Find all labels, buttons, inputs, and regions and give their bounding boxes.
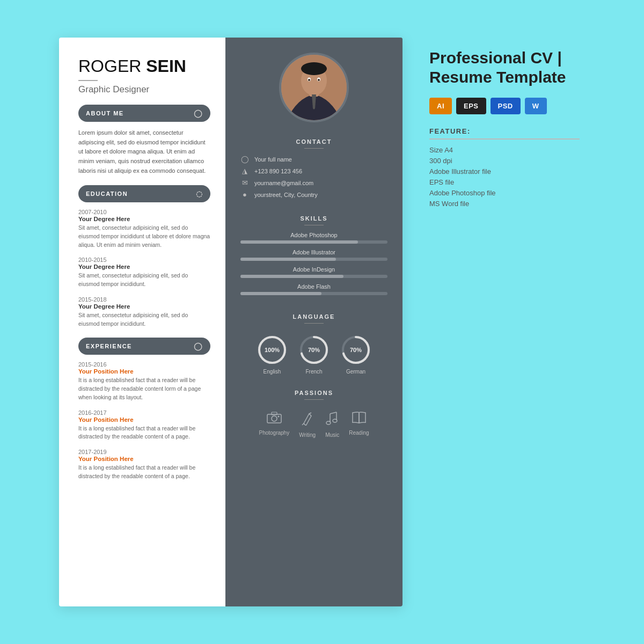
- reading-label: Reading: [349, 430, 369, 436]
- skill-illustrator-name: Adobe Illustrator: [240, 249, 387, 255]
- education-list: 2007-2010 Your Degree Here Sit amet, con…: [78, 209, 210, 328]
- right-panel: CONTACT ◯ Your full name ◮ +123 890 123 …: [225, 38, 402, 606]
- feature-title: FEATURE:: [429, 127, 580, 140]
- lang-english-percent: 100%: [265, 347, 280, 353]
- lang-german-name: German: [346, 369, 365, 375]
- skill-photoshop: Adobe Photoshop: [240, 232, 387, 244]
- full-name: ROGER SEIN: [78, 57, 210, 76]
- exp-year-2: 2016-2017: [78, 409, 210, 416]
- edu-item-3: 2015-2018 Your Degree Here Sit amet, con…: [78, 296, 210, 328]
- svg-point-6: [308, 79, 310, 81]
- contact-list: ◯ Your full name ◮ +123 890 123 456 ✉ yo…: [225, 155, 402, 202]
- lang-english-name: English: [264, 369, 281, 375]
- passion-writing: Writing: [299, 412, 316, 438]
- name-divider: [78, 80, 98, 81]
- cv-card: ROGER SEIN Graphic Designer ABOUT ME ◯ L…: [59, 38, 402, 606]
- person-contact-icon: ◯: [240, 155, 249, 163]
- edu-year-2: 2010-2015: [78, 257, 210, 263]
- skill-flash-name: Adobe Flash: [240, 283, 387, 290]
- skills-section: Adobe Photoshop Adobe Illustrator Adobe …: [225, 232, 402, 301]
- skill-illustrator-bar-bg: [240, 258, 387, 261]
- photography-label: Photography: [259, 430, 289, 436]
- portrait-svg: [281, 55, 347, 120]
- first-name: ROGER: [78, 56, 141, 76]
- exp-year-1: 2015-2016: [78, 361, 210, 368]
- about-label: ABOUT ME: [86, 110, 124, 116]
- feature-list: Size A4 300 dpi Adobe Illustrator file E…: [429, 146, 580, 208]
- left-panel: ROGER SEIN Graphic Designer ABOUT ME ◯ L…: [59, 38, 225, 606]
- exp-position-3: Your Position Here: [78, 456, 210, 462]
- profile-photo: [279, 53, 349, 122]
- contact-section-title: CONTACT: [296, 138, 332, 145]
- contact-email: ✉ yourname@gmail.com: [240, 179, 387, 187]
- skill-illustrator: Adobe Illustrator: [240, 249, 387, 261]
- email-icon: ✉: [240, 179, 249, 187]
- lang-german: 70% German: [340, 334, 371, 375]
- skills-divider: [304, 225, 324, 225]
- passion-icons: Photography Writing: [236, 412, 392, 438]
- experience-list: 2015-2016 Your Position Here It is a lon…: [78, 361, 210, 480]
- experience-label: EXPERIENCE: [86, 343, 132, 349]
- feature-psd-file: Adobe Photoshop file: [429, 189, 580, 197]
- language-circles: 100% English 70% French: [236, 334, 392, 375]
- edu-degree-3: Your Degree Here: [78, 303, 210, 310]
- badge-psd: PSD: [491, 98, 521, 114]
- edu-degree-2: Your Degree Here: [78, 264, 210, 270]
- phone-icon: ◮: [240, 167, 249, 175]
- skill-flash-bar-fill: [240, 292, 321, 295]
- language-section-title: LANGUAGE: [293, 313, 335, 320]
- svg-line-19: [302, 423, 304, 425]
- exp-item-2: 2016-2017 Your Position Here It is a lon…: [78, 409, 210, 442]
- badge-w: W: [525, 98, 547, 114]
- feature-ai-file: Adobe Illustrator file: [429, 167, 580, 175]
- feature-dpi: 300 dpi: [429, 157, 580, 165]
- passion-reading: Reading: [349, 412, 369, 438]
- exp-item-3: 2017-2019 Your Position Here It is a lon…: [78, 449, 210, 481]
- contact-name: ◯ Your full name: [240, 155, 387, 163]
- lang-french-circle: 70%: [298, 334, 330, 365]
- feature-eps-file: EPS file: [429, 178, 580, 186]
- music-label: Music: [325, 432, 339, 438]
- skill-flash-bar-bg: [240, 292, 387, 295]
- svg-point-25: [333, 419, 337, 422]
- passions-section: Photography Writing: [225, 406, 402, 438]
- lang-german-circle: 70%: [340, 334, 371, 365]
- language-section: 100% English 70% French: [225, 330, 402, 375]
- svg-point-3: [301, 62, 327, 75]
- skills-section-title: SKILLS: [300, 215, 327, 222]
- about-text: Lorem ipsum dolor sit amet, consectetur …: [78, 128, 210, 175]
- graduation-icon: ◌: [196, 189, 203, 198]
- svg-point-16: [272, 416, 277, 421]
- exp-position-1: Your Position Here: [78, 368, 210, 375]
- exp-desc-2: It is a long established fact that a rea…: [78, 425, 210, 442]
- exp-desc-1: It is a long established fact that a rea…: [78, 376, 210, 401]
- person-icon: ◯: [194, 109, 203, 118]
- passions-divider: [304, 399, 324, 400]
- edu-desc-2: Sit amet, consectetur adipisicing elit, …: [78, 272, 210, 289]
- lang-german-percent: 70%: [350, 347, 362, 353]
- edu-item-2: 2010-2015 Your Degree Here Sit amet, con…: [78, 257, 210, 289]
- contact-phone-text: +123 890 123 456: [254, 168, 302, 174]
- product-title: Professional CV | Resume Template: [429, 48, 580, 87]
- job-title: Graphic Designer: [78, 84, 210, 95]
- exp-item-1: 2015-2016 Your Position Here It is a lon…: [78, 361, 210, 401]
- language-divider: [304, 323, 324, 324]
- lang-french: 70% French: [298, 334, 330, 375]
- skill-photoshop-name: Adobe Photoshop: [240, 232, 387, 238]
- passions-section-title: PASSIONS: [295, 390, 333, 396]
- edu-year-3: 2015-2018: [78, 296, 210, 303]
- pen-icon: [302, 412, 313, 429]
- last-name: SEIN: [146, 56, 186, 76]
- lang-french-name: French: [305, 369, 322, 375]
- edu-desc-1: Sit amet, consectetur adipisicing elit, …: [78, 224, 210, 249]
- writing-label: Writing: [299, 432, 316, 438]
- lang-english: 100% English: [257, 334, 288, 375]
- svg-line-20: [309, 413, 311, 414]
- lang-english-circle: 100%: [257, 334, 288, 365]
- music-icon: [326, 412, 339, 429]
- about-section-header: ABOUT ME ◯: [78, 105, 210, 122]
- location-icon: ●: [240, 191, 249, 199]
- exp-desc-3: It is a long established fact that a rea…: [78, 464, 210, 481]
- edu-item-1: 2007-2010 Your Degree Here Sit amet, con…: [78, 209, 210, 249]
- skill-indesign-bar-fill: [240, 275, 343, 278]
